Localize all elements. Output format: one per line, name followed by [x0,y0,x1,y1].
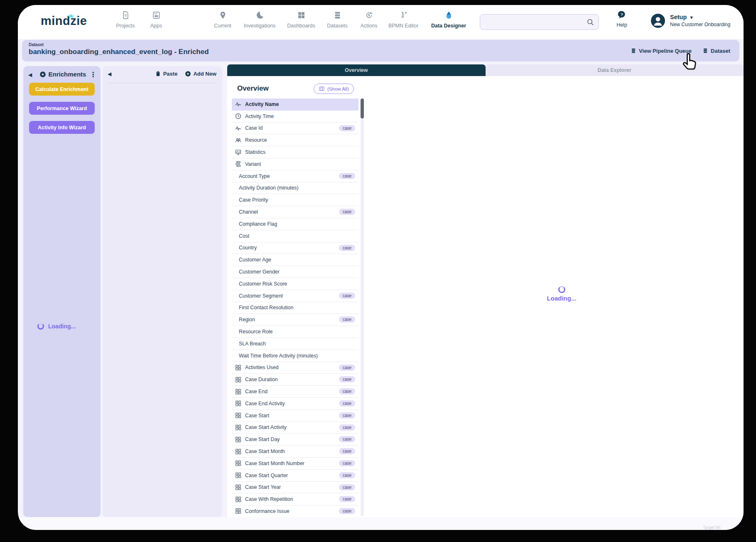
field-row-case-start[interactable]: Case Startcase [232,410,358,422]
field-row-resource-role[interactable]: Resource Role [232,326,358,338]
field-row-case-with-repetition[interactable]: Case With Repetitioncase [232,493,358,505]
logo-text: mindzie [41,14,87,27]
field-row-customer-age[interactable]: Customer Age [232,254,358,266]
app-window: mindzie ProjectsAppsCurrentInvestigation… [18,5,744,530]
main-area: OverviewData Explorer Overview (Show All… [227,64,744,517]
global-search-input[interactable] [485,15,581,30]
field-row-customer-risk-score[interactable]: Customer Risk Score [232,278,358,290]
paste-button[interactable]: Paste [155,70,178,77]
collapse-left-icon[interactable]: ◀ [28,72,32,78]
view-pipeline-queue-button[interactable]: View Pipeline Queue [631,48,692,54]
field-label: Case End [245,389,268,394]
field-row-customer-segment[interactable]: Customer Segmentcase [232,290,358,302]
sidebar-loading-text: Loading... [48,323,76,330]
field-label: Account Type [239,173,270,179]
field-row-case-end-activity[interactable]: Case End Activitycase [232,398,358,410]
search-icon[interactable] [587,18,594,28]
add-new-button[interactable]: Add New [185,70,216,77]
field-label: Conformance Issue [245,508,290,514]
field-row-case-start-month[interactable]: Case Start Monthcase [232,446,358,458]
field-row-country[interactable]: Countrycase [232,242,358,254]
activity-info-wizard-button[interactable]: Activity Info Wizard [29,121,95,134]
grid-icon [235,508,242,515]
field-label: Case Start Day [245,436,280,442]
user-name: Setup [670,14,687,20]
grid-icon [235,472,242,479]
field-label: Case Start Month Number [245,461,304,466]
help-button[interactable]: ? Help [609,10,635,28]
field-row-compliance-flag[interactable]: Compliance Flag [232,218,358,230]
dataset-button[interactable]: Dataset [702,48,730,54]
field-row-case-id[interactable]: Case Idcase [232,123,358,135]
nav-item-data-designer[interactable]: Data Designer [425,11,473,29]
case-badge: case [339,293,355,299]
svg-text:?: ? [621,12,623,17]
field-row-channel[interactable]: Channelcase [232,206,358,218]
field-row-case-start-month-number[interactable]: Case Start Month Numbercase [232,458,358,470]
field-row-case-start-year[interactable]: Case Start Yearcase [232,482,358,494]
field-label: Compliance Flag [239,221,277,227]
field-label: Customer Gender [239,269,280,275]
database-stack-icon [631,48,636,54]
field-label: Case With Repetition [245,496,293,502]
field-label: Activity Name [245,101,279,107]
field-row-case-start-quarter[interactable]: Case Start Quartercase [232,470,358,482]
nav-item-bpmn-editor[interactable]: BPMN Editor [379,11,427,29]
tab-data-explorer[interactable]: Data Explorer [486,64,744,76]
grid-icon [235,400,242,407]
field-row-case-priority[interactable]: Case Priority [232,194,358,206]
field-label: First Contact Resolution [239,305,293,310]
field-row-statistics[interactable]: Statistics [232,146,358,158]
field-label: Case Start Quarter [245,473,288,478]
drop-icon [444,11,453,20]
tab-bar: OverviewData Explorer [227,64,744,76]
field-row-case-start-day[interactable]: Case Start Daycase [232,434,358,446]
field-row-account-type[interactable]: Account Typecase [232,170,358,182]
field-row-customer-gender[interactable]: Customer Gender [232,266,358,278]
field-row-activity-duration-minutes[interactable]: Activity Duration (minutes) [232,182,358,195]
field-row-activity-time[interactable]: Activity Time [232,111,358,123]
calculate-enrichment-button[interactable]: Calculate Enrichment [29,83,95,96]
performance-wizard-button[interactable]: Performance Wizard [29,102,95,115]
show-all-button[interactable]: (Show All) [314,84,354,94]
field-row-activities-used[interactable]: Activities Usedcase [232,362,358,374]
grid-icon [235,364,242,371]
field-row-wait-time-before-activity-minutes[interactable]: Wait Time Before Activity (minutes) [232,350,358,362]
refresh-icon [365,11,373,20]
field-row-cost[interactable]: Cost [232,230,358,242]
collapse-left-icon[interactable]: ◀ [108,71,111,77]
field-row-sla-breach[interactable]: SLA Breach [232,338,358,350]
plus-circle-icon[interactable] [39,71,46,78]
field-row-first-contact-resolution[interactable]: First Contact Resolution [232,302,358,314]
kebab-menu-icon[interactable]: ⋮ [90,71,96,79]
pipeline-panel: ◀ Paste [103,66,222,517]
field-row-conformance-issue[interactable]: Conformance Issuecase [232,505,358,517]
action-label: View Pipeline Queue [639,48,692,54]
tab-overview[interactable]: Overview [227,64,486,76]
case-badge: case [339,125,355,131]
field-label: Case End Activity [245,401,285,406]
nav-item-investigations[interactable]: Investigations [236,11,284,29]
scrollbar-thumb[interactable] [361,99,364,118]
field-row-case-duration[interactable]: Case Durationcase [232,374,358,386]
enrichments-panel: ◀ Enrichments ⋮ Calculate EnrichmentPerf… [23,66,101,517]
pipeline-header: ◀ Paste [103,69,222,81]
field-row-variant[interactable]: Variant [232,158,358,170]
field-label: Statistics [245,149,265,155]
field-row-case-end[interactable]: Case Endcase [232,386,358,398]
grid-icon [235,388,242,395]
case-badge: case [339,448,355,454]
people-icon [235,137,242,144]
mindzie-logo[interactable]: mindzie [41,14,87,28]
field-row-resource[interactable]: Resource [232,134,358,146]
user-menu[interactable]: Setup▼ New Customer Onboarding [650,13,730,28]
field-label: Resource Role [239,329,272,335]
grid-icon [235,484,242,491]
field-row-case-start-activity[interactable]: Case Start Activitycase [232,422,358,434]
field-row-activity-name[interactable]: Activity Name [232,99,358,111]
case-badge: case [339,388,355,394]
field-row-region[interactable]: Regioncase [232,314,358,326]
moon-icon [255,11,264,20]
field-label: Case Id [245,125,263,131]
nav-item-apps[interactable]: Apps [132,11,180,29]
